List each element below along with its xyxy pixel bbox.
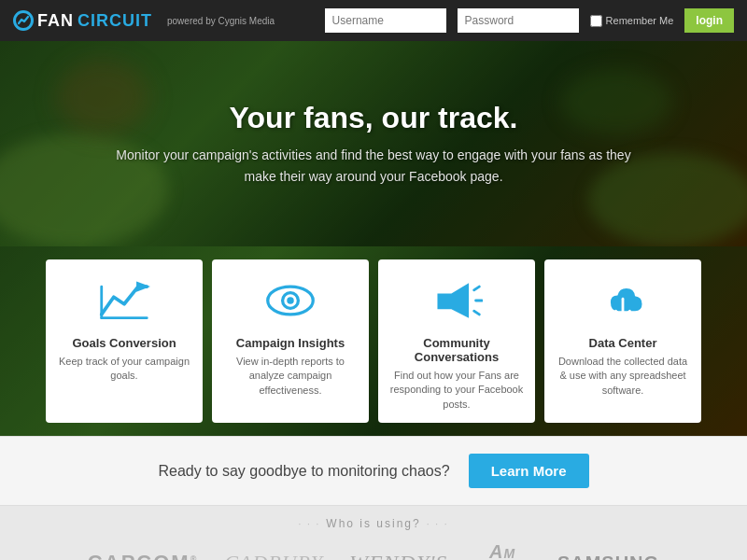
- logo-icon: [13, 10, 34, 31]
- logo-text-circuit: CIRCUIT: [78, 11, 152, 31]
- chart-icon: [55, 273, 193, 329]
- hero-subtitle: Monitor your campaign's activities and f…: [112, 145, 635, 187]
- svg-point-3: [287, 297, 293, 303]
- cta-text: Ready to say goodbye to monitoring chaos…: [158, 463, 449, 480]
- login-button[interactable]: login: [684, 8, 734, 33]
- brand-askmen: AMAskMen.com: [473, 541, 531, 560]
- cloud-download-icon: [554, 273, 692, 329]
- who-title: Who is using?: [19, 517, 728, 530]
- feature-title-campaign: Campaign Insights: [221, 336, 359, 350]
- feature-title-community: Community Conversations: [388, 336, 526, 364]
- megaphone-icon: [388, 273, 526, 329]
- feature-card-community: Community Conversations Find out how you…: [378, 259, 535, 423]
- feature-desc-goals: Keep track of your campaign goals.: [55, 355, 193, 384]
- brand-samsung: SAMSUNG: [557, 553, 659, 560]
- header: FANCIRCUIT powered by Cygnis Media Remem…: [0, 0, 747, 41]
- hero-title: Your fans, our track.: [112, 101, 635, 135]
- hero-section: Your fans, our track. Monitor your campa…: [0, 41, 747, 246]
- features-section: Goals Conversion Keep track of your camp…: [0, 246, 747, 436]
- password-input[interactable]: [458, 8, 579, 33]
- feature-card-campaign-insights: Campaign Insights View in-depth reports …: [212, 259, 369, 423]
- logo-text-fan: FAN: [37, 11, 74, 31]
- eye-icon: [221, 273, 359, 329]
- brand-logos-row: CAPCOM® Cadbury Wendy's AMAskMen.com SAM…: [19, 541, 728, 560]
- remember-me-label[interactable]: Remember Me: [590, 15, 674, 27]
- feature-card-data-center: Data Center Download the collected data …: [544, 259, 701, 423]
- feature-title-goals: Goals Conversion: [55, 336, 193, 350]
- svg-line-7: [474, 311, 480, 315]
- remember-me-checkbox[interactable]: [590, 15, 602, 27]
- hero-content: Your fans, our track. Monitor your campa…: [75, 101, 672, 187]
- svg-marker-4: [437, 283, 469, 317]
- who-is-using-section: Who is using? CAPCOM® Cadbury Wendy's AM…: [0, 506, 747, 560]
- learn-more-button[interactable]: Learn More: [469, 454, 589, 488]
- logo: FANCIRCUIT: [13, 10, 152, 31]
- brand-wendys: Wendy's: [349, 551, 447, 560]
- brand-capcom: CAPCOM®: [88, 551, 198, 560]
- feature-desc-data: Download the collected data & use with a…: [554, 355, 692, 398]
- remember-me-text: Remember Me: [606, 15, 674, 26]
- username-input[interactable]: [325, 8, 446, 33]
- feature-desc-campaign: View in-depth reports to analyze campaig…: [221, 355, 359, 398]
- svg-line-5: [474, 287, 480, 290]
- powered-by-text: powered by Cygnis Media: [167, 16, 275, 26]
- feature-desc-community: Find out how your Fans are responding to…: [388, 369, 526, 412]
- brand-cadbury: Cadbury: [224, 551, 323, 560]
- svg-marker-0: [136, 281, 150, 291]
- cta-section: Ready to say goodbye to monitoring chaos…: [0, 436, 747, 506]
- feature-card-goals-conversion: Goals Conversion Keep track of your camp…: [46, 259, 203, 423]
- feature-title-data: Data Center: [554, 336, 692, 350]
